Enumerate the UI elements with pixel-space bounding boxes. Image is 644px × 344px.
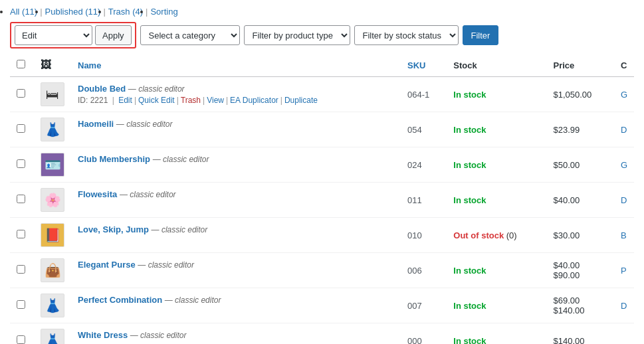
- row-checkbox[interactable]: [17, 195, 25, 203]
- product-thumbnail: 👗: [41, 294, 64, 317]
- product-name-link[interactable]: Love, Skip, Jump: [78, 224, 149, 234]
- product-name-link[interactable]: Elegant Purse: [78, 260, 136, 270]
- row-id: ID: 2221: [78, 96, 108, 105]
- product-name-link[interactable]: Haomeili: [78, 119, 114, 129]
- row-actions: ID: 2221 | Edit|Quick Edit|Trash|View|EA…: [78, 96, 394, 105]
- bulk-action-select[interactable]: Edit Move to Trash: [15, 25, 92, 45]
- editor-label: — classic editor: [138, 260, 194, 270]
- product-sku: 054: [401, 112, 447, 147]
- row-checkbox[interactable]: [17, 230, 25, 238]
- table-row: 🪪 Club Membership — classic editor ID: 2…: [10, 147, 634, 183]
- row-checkbox[interactable]: [17, 89, 25, 98]
- editor-label: — classic editor: [116, 120, 173, 129]
- in-stock-badge: In stock: [453, 90, 486, 100]
- row-checkbox[interactable]: [17, 265, 25, 274]
- product-sku: 064-1: [401, 77, 447, 112]
- product-price: $69.00$140.00: [547, 288, 614, 323]
- row-checkbox[interactable]: [17, 300, 25, 309]
- product-sku: 000: [401, 323, 447, 345]
- th-stock: Stock: [447, 54, 546, 77]
- table-row: 👗 White Dress — classic editor ID: 2214 …: [10, 323, 634, 345]
- product-stock: Out of stock (0): [447, 218, 546, 253]
- table-row: 👗 Perfect Combination — classic editor I…: [10, 288, 634, 323]
- row-checkbox[interactable]: [17, 335, 25, 344]
- in-stock-badge: In stock: [453, 160, 486, 170]
- product-sku: 011: [401, 183, 447, 218]
- table-row: 👜 Elegant Purse — classic editor ID: 221…: [10, 253, 634, 288]
- table-row: 📕 Love, Skip, Jump — classic editor ID: …: [10, 218, 634, 253]
- row-action-ea-duplicator[interactable]: EA Duplicator: [230, 96, 278, 105]
- product-name-link[interactable]: White Dress: [78, 330, 128, 340]
- product-name-link[interactable]: Flowesita: [78, 189, 117, 199]
- product-category-abbr: B: [614, 218, 634, 253]
- th-sku[interactable]: SKU: [401, 54, 447, 77]
- product-sku: 007: [401, 288, 447, 323]
- row-checkbox[interactable]: [17, 159, 25, 168]
- editor-label: — classic editor: [120, 190, 176, 199]
- product-sku: 010: [401, 218, 447, 253]
- row-action-view[interactable]: View: [207, 96, 224, 105]
- product-stock: In stock: [447, 77, 546, 112]
- nav-all[interactable]: All (11)|: [10, 7, 45, 17]
- category-filter[interactable]: Select a category: [140, 25, 240, 45]
- product-thumbnail: 📕: [41, 223, 64, 247]
- apply-button[interactable]: Apply: [95, 25, 132, 45]
- table-row: 👗 Haomeili — classic editor ID: 2220 054…: [10, 112, 634, 147]
- row-action-duplicate[interactable]: Duplicate: [284, 96, 318, 105]
- th-checkbox: [10, 54, 34, 77]
- product-sku: 024: [401, 147, 447, 183]
- product-category-abbr: G: [614, 77, 634, 112]
- select-all-checkbox[interactable]: [17, 60, 25, 68]
- editor-label: — classic editor: [128, 84, 185, 94]
- row-checkbox[interactable]: [17, 124, 25, 133]
- product-sku: 006: [401, 253, 447, 288]
- product-name-link[interactable]: Club Membership: [78, 154, 150, 164]
- product-name-link[interactable]: Double Bed: [78, 84, 126, 94]
- product-stock: In stock: [447, 147, 546, 183]
- product-category-abbr: P: [614, 253, 634, 288]
- product-stock: In stock: [447, 288, 546, 323]
- product-thumbnail: 👜: [41, 258, 64, 282]
- th-name: Name: [71, 54, 401, 77]
- editor-label: — classic editor: [165, 296, 221, 305]
- product-price: $1,050.00: [547, 77, 614, 112]
- table-row: 🌸 Flowesita — classic editor ID: 2218 01…: [10, 183, 634, 218]
- product-category-abbr: [614, 323, 634, 345]
- product-thumbnail: 👗: [41, 118, 64, 141]
- product-category-abbr: D: [614, 112, 634, 147]
- product-thumbnail: 🪪: [41, 153, 64, 177]
- product-price: $23.99: [547, 112, 614, 147]
- product-price: $50.00: [547, 147, 614, 183]
- in-stock-badge: In stock: [453, 195, 486, 205]
- product-category-abbr: D: [614, 183, 634, 218]
- row-action-quick-edit[interactable]: Quick Edit: [138, 96, 175, 105]
- product-price: $40.00$90.00: [547, 253, 614, 288]
- product-type-filter[interactable]: Filter by product type: [244, 25, 350, 45]
- product-thumbnail: 🌸: [41, 188, 64, 212]
- product-thumbnail: 👗: [41, 329, 64, 344]
- filter-button[interactable]: Filter: [463, 25, 499, 45]
- product-price: $40.00: [547, 183, 614, 218]
- product-category-abbr: G: [614, 147, 634, 183]
- status-nav: All (11)| Published (11)| Trash (4)| Sor…: [10, 7, 634, 17]
- product-name-link[interactable]: Perfect Combination: [78, 295, 162, 305]
- table-row: 🛏 Double Bed — classic editor ID: 2221 |…: [10, 77, 634, 112]
- nav-sorting[interactable]: Sorting: [150, 7, 177, 17]
- stock-status-filter[interactable]: Filter by stock status: [354, 25, 459, 45]
- products-table: 🖼 Name SKU Stock Price C 🛏 Double Bed — …: [10, 54, 634, 344]
- th-image: 🖼: [34, 54, 71, 77]
- in-stock-badge: In stock: [453, 301, 486, 311]
- in-stock-badge: In stock: [453, 336, 486, 345]
- in-stock-badge: In stock: [453, 125, 486, 135]
- nav-trash[interactable]: Trash (4)|: [108, 7, 151, 17]
- bulk-actions-group: Edit Move to Trash Apply: [10, 22, 136, 48]
- th-price: Price: [547, 54, 614, 77]
- editor-label: — classic editor: [153, 155, 209, 164]
- editor-label: — classic editor: [152, 225, 208, 234]
- row-action-edit[interactable]: Edit: [118, 96, 132, 105]
- stock-count: (0): [506, 230, 517, 240]
- product-stock: In stock: [447, 112, 546, 147]
- product-category-abbr: D: [614, 288, 634, 323]
- row-action-trash[interactable]: Trash: [181, 96, 201, 105]
- out-of-stock-badge: Out of stock: [453, 230, 504, 240]
